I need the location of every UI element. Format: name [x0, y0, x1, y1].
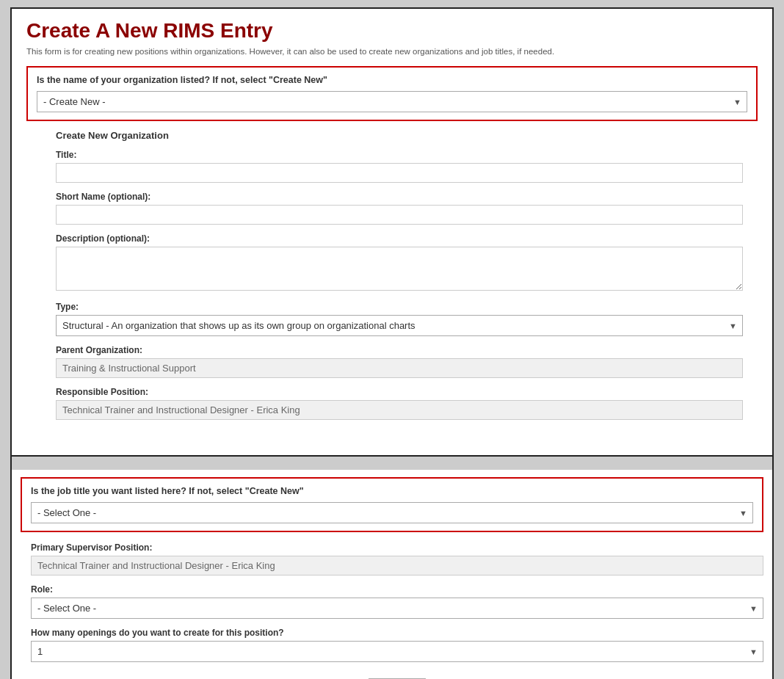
- type-select[interactable]: Structural - An organization that shows …: [56, 315, 743, 336]
- top-section: Create A New RIMS Entry This form is for…: [12, 9, 772, 457]
- position-details-section: Primary Supervisor Position: Role: - Sel…: [21, 541, 763, 679]
- description-textarea[interactable]: [56, 247, 743, 291]
- role-group: Role: - Select One - ▼: [31, 584, 763, 619]
- job-select-section: Is the job title you want listed here? I…: [21, 477, 763, 532]
- primary-supervisor-group: Primary Supervisor Position:: [31, 542, 763, 575]
- role-select-wrapper: - Select One - ▼: [31, 598, 763, 619]
- page-subtitle: This form is for creating new positions …: [26, 47, 758, 56]
- short-name-label: Short Name (optional):: [56, 192, 743, 202]
- type-select-wrapper: Structural - An organization that shows …: [56, 315, 743, 336]
- section-divider: [12, 457, 772, 470]
- parent-org-input: [56, 358, 743, 378]
- responsible-position-group: Responsible Position:: [56, 387, 743, 420]
- org-select-section: Is the name of your organization listed?…: [26, 66, 758, 121]
- parent-org-group: Parent Organization:: [56, 345, 743, 378]
- org-question: Is the name of your organization listed?…: [37, 75, 747, 85]
- job-question: Is the job title you want listed here? I…: [31, 486, 753, 496]
- org-select-wrapper: - Create New - Training & Instructional …: [37, 91, 747, 112]
- responsible-position-label: Responsible Position:: [56, 387, 743, 397]
- short-name-input[interactable]: [56, 205, 743, 225]
- role-label: Role:: [31, 584, 763, 595]
- job-select[interactable]: - Select One - - Create New -: [31, 502, 753, 523]
- description-label: Description (optional):: [56, 233, 743, 244]
- title-group: Title:: [56, 150, 743, 183]
- short-name-group: Short Name (optional):: [56, 192, 743, 225]
- responsible-position-input: [56, 400, 743, 420]
- primary-supervisor-input: [31, 556, 763, 575]
- type-label: Type:: [56, 302, 743, 312]
- create-org-heading: Create New Organization: [56, 130, 743, 141]
- page-title: Create A New RIMS Entry: [26, 19, 758, 43]
- primary-supervisor-label: Primary Supervisor Position:: [31, 542, 763, 553]
- type-group: Type: Structural - An organization that …: [56, 302, 743, 336]
- openings-group: How many openings do you want to create …: [31, 628, 763, 662]
- bottom-section: Is the job title you want listed here? I…: [12, 470, 772, 679]
- title-input[interactable]: [56, 163, 743, 183]
- parent-org-label: Parent Organization:: [56, 345, 743, 355]
- submit-row: Submit: [31, 671, 763, 679]
- job-select-wrapper: - Select One - - Create New - ▼: [31, 502, 753, 523]
- role-select[interactable]: - Select One -: [31, 598, 763, 619]
- main-wrapper: Create A New RIMS Entry This form is for…: [10, 7, 774, 679]
- openings-select[interactable]: 1 2 3 4 5: [31, 641, 763, 662]
- title-label: Title:: [56, 150, 743, 160]
- description-group: Description (optional):: [56, 233, 743, 293]
- openings-select-wrapper: 1 2 3 4 5 ▼: [31, 641, 763, 662]
- create-org-section: Create New Organization Title: Short Nam…: [26, 121, 758, 440]
- openings-label: How many openings do you want to create …: [31, 628, 763, 638]
- org-select[interactable]: - Create New - Training & Instructional …: [37, 91, 747, 112]
